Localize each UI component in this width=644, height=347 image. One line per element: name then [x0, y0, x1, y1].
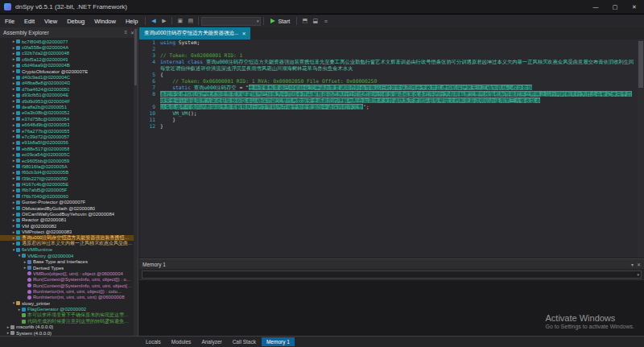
tree-item[interactable]: RunInterior(int, uint, uint, object[]) :… [0, 288, 138, 294]
tree-item[interactable]: ▸e7c39d72@02000057 [0, 134, 138, 139]
tree-item[interactable]: ▸e76a277b@02000055 [0, 128, 138, 134]
class-icon [16, 46, 20, 50]
tree-item[interactable]: ▸Reactor @02000081 [0, 217, 138, 223]
tree-item[interactable]: ▸e37d758c@02000054 [0, 116, 138, 122]
menu-debug[interactable]: Debug [62, 18, 89, 25]
tree-item[interactable]: Run(Context@SystemInfo, uint, object[]) … [0, 277, 138, 283]
memory-close-icon[interactable]: ✕ [637, 262, 641, 267]
memory-content[interactable]: Activate Windows Go to Settings to activ… [139, 279, 644, 336]
tree-item[interactable]: ▸c32b7da2@02000048 [0, 51, 138, 56]
tree-item[interactable]: ▸bc7f8045@02000077 [0, 39, 138, 44]
tree-item[interactable]: ▸f4167c4b@0200005E [0, 181, 138, 187]
tree-item[interactable]: ▸VM @02000082 [0, 223, 138, 229]
code-line: 3// Token: 0x02000001 RID: 1 [139, 52, 644, 59]
tree-item[interactable]: ▸mscorlib (4.0.0.0) [0, 324, 138, 330]
tree-item[interactable]: 代码生成的时候要注意到这里的转码逻辑避免重复... [0, 318, 138, 324]
tree-item[interactable]: ▸f60cb3d4@0200005B [0, 170, 138, 176]
code-editor[interactable]: 1using System;2 3// Token: 0x02000001 RI… [139, 39, 644, 258]
minimize-button[interactable]: — [586, 0, 605, 14]
search-input[interactable] [202, 18, 254, 25]
tree-item[interactable]: ▸遇原君凶坤过本义欠内最一正风独灭欢惠众风受曲... [0, 241, 138, 246]
tree-item[interactable]: ▸查询u000注码存空恒适方关能资器强迫装查携恒基... [0, 235, 138, 241]
panel-tab-analyzer[interactable]: Analyzer [196, 337, 226, 346]
navigate-back-icon[interactable]: ◀ [148, 18, 159, 24]
maximize-button[interactable]: ▢ [605, 0, 625, 14]
tree-item[interactable]: ▾slowy_printer [0, 300, 138, 306]
toolbar-extra-icon-2[interactable]: ⬓ [310, 18, 320, 24]
tree-item[interactable]: ▸FlagGenerator @02000002 [0, 307, 138, 312]
document-tab[interactable]: 查询u000注码存空恒适方关能资器强迫... ✕ [139, 27, 250, 39]
chevron-down-icon[interactable]: ▾ [255, 19, 261, 23]
panel-tab-memory-1[interactable]: Memory 1 [262, 337, 295, 346]
tree-item[interactable]: ▸c0fa558e@0200004A [0, 44, 138, 50]
tree-scrollbar-thumb[interactable] [134, 29, 137, 85]
class-icon [16, 164, 20, 168]
tree-item[interactable]: ▸e0a3b08b@02000052 [0, 110, 138, 116]
class-icon [16, 236, 20, 240]
start-button[interactable]: Start [266, 14, 294, 27]
toolbar-extra-icon-3[interactable]: ≡ [320, 19, 331, 24]
toolbar-separator [296, 17, 297, 25]
class-icon [16, 176, 20, 180]
tree-item[interactable]: ▸e91b8a5f@02000056 [0, 140, 138, 146]
toolbar-separator [145, 17, 146, 25]
menu-file[interactable]: File [0, 18, 19, 25]
tree-item-label: Gunter-Protector @0200007F [22, 200, 85, 204]
editor-scrollbar[interactable] [638, 39, 644, 258]
save-icon[interactable]: ▤ [185, 18, 196, 24]
tree-item[interactable]: ▸f39b227f@0200005D [0, 176, 138, 181]
chevron-down-icon[interactable]: ▾ [631, 262, 634, 267]
toolbar-extra-icon-1[interactable]: ⬒ [299, 18, 310, 24]
tree-item[interactable]: ▸eb88e517@02000058 [0, 146, 138, 151]
tree-item[interactable]: ▸d7ba4624@02000050 [0, 86, 138, 92]
panel-tab-modules[interactable]: Modules [167, 337, 196, 346]
menu-edit[interactable]: Edit [19, 18, 39, 25]
menu-help[interactable]: Help [121, 18, 142, 25]
code-text [160, 46, 644, 52]
tree-item[interactable]: ▸VMProtect @02000083 [0, 229, 138, 235]
tree-item[interactable]: ▸OiiCanIWallyGoodBuyYehovin @02000084 [0, 211, 138, 217]
class-icon [16, 99, 20, 103]
tree-item[interactable]: ▸deaffa2b@02000051 [0, 104, 138, 109]
tree-item[interactable]: ▸Base Type and Interfaces [0, 258, 138, 264]
tree-item[interactable]: ▾6eVMRuntime [0, 247, 138, 253]
tree-item[interactable]: RunInterior(int, uint, uint, uint) @0600… [0, 295, 138, 300]
panel-menu-icon[interactable]: ≡ [124, 30, 127, 35]
tree-item[interactable]: ▸ec9605bb@02000059 [0, 158, 138, 163]
close-button[interactable]: ✕ [625, 0, 644, 14]
tree-item[interactable]: ▾VMEntry @02000004 [0, 253, 138, 258]
tree-item[interactable]: ▸System (4.0.0.0) [0, 330, 138, 336]
class-icon [16, 171, 20, 175]
window-controls: — ▢ ✕ [586, 0, 644, 14]
tree-item[interactable]: ▸d9d9d953@0200004F [0, 98, 138, 104]
tree-item[interactable]: ▸d93cfb51@0200004E [0, 93, 138, 98]
tree-scrollbar[interactable] [134, 27, 138, 336]
tree-item[interactable]: ▸ec09ca54@0200005C [0, 151, 138, 157]
tree-item[interactable]: ▸e6648d9b@02000053 [0, 122, 138, 127]
tree-item[interactable]: ▸f6b7afd5@0200005F [0, 188, 138, 193]
tree-item[interactable]: ▸f76b7040@02000060 [0, 193, 138, 199]
tree-item[interactable]: ▸d48ba8e8@0200004D [0, 81, 138, 86]
tree-item[interactable]: ▸c6bf5a12@02000049 [0, 56, 138, 62]
tree-item[interactable]: ▸f98016fa@0200005A [0, 163, 138, 169]
navigate-forward-icon[interactable]: ▶ [159, 18, 169, 24]
menu-view[interactable]: View [39, 18, 62, 25]
tree-item[interactable]: ▸CryptoObfuscator @0200007E [0, 68, 138, 74]
tree-item[interactable]: ▸d40c9ad1@0200004C [0, 74, 138, 80]
tree-item[interactable]: 本可以拿环境变量下子确保原来的实现是这里想要... [0, 312, 138, 318]
tree-item[interactable]: VMRun(object[], uint) : object @06000004 [0, 271, 138, 276]
tree-item[interactable]: ▸Gunter-Protector @0200007F [0, 200, 138, 205]
tree-item-label: e76a277b@02000055 [22, 129, 69, 134]
panel-tab-locals[interactable]: Locals [141, 337, 166, 346]
menu-window[interactable]: Window [89, 18, 121, 25]
tab-close-icon[interactable]: ✕ [242, 31, 246, 36]
tree-item[interactable]: ▸Derived Types [0, 265, 138, 271]
chevron-down-icon[interactable]: ▾ [635, 272, 641, 277]
panel-tab-call-stack[interactable]: Call Stack [228, 337, 261, 346]
tree-item[interactable]: Run(Context@SystemInfo, uint, uint, obje… [0, 283, 138, 288]
editor-scrollbar-thumb[interactable] [638, 41, 643, 88]
memory-address-input[interactable] [142, 271, 635, 278]
tree-item[interactable]: ▸c6d46aa9@0200004B [0, 63, 138, 68]
open-file-icon[interactable]: ▣ [175, 18, 185, 24]
tree-item[interactable]: ▸ObfuscatedByGoliath @02000080 [0, 205, 138, 211]
